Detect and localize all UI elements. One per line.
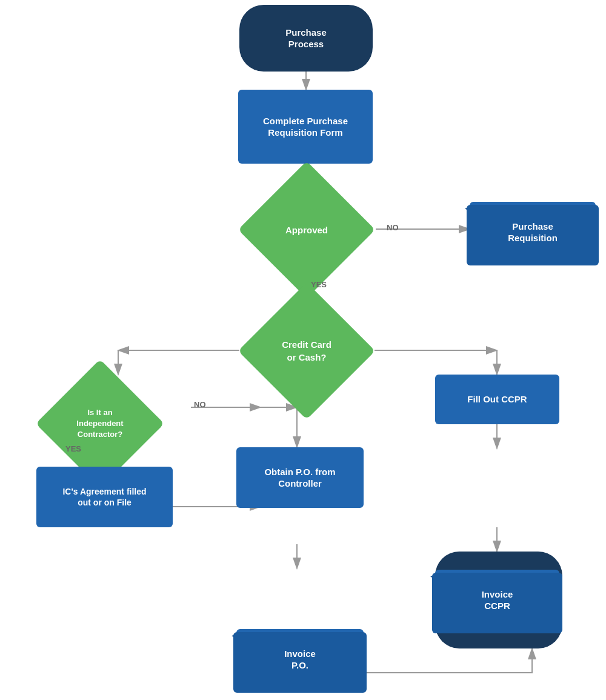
credit-card-diamond	[238, 282, 375, 419]
fill-ccpr-node: Fill Out CCPR	[435, 375, 559, 424]
credit-card-diamond-wrapper: Credit Cardor Cash?	[239, 302, 374, 400]
ics-agreement-label: IC's Agreement filled out or on File	[62, 486, 146, 508]
approved-diamond	[238, 161, 375, 298]
obtain-po-node: Obtain P.O. from Controller	[236, 447, 364, 508]
approved-diamond-wrapper: Approved	[239, 181, 374, 279]
start-node: Purchase Process	[239, 5, 373, 72]
ics-agreement-node: IC's Agreement filled out or on File	[36, 467, 173, 527]
contractor-no-label: NO	[194, 400, 206, 409]
flowchart: Purchase Process Complete Purchase Requi…	[0, 0, 606, 700]
complete-form-node: Complete Purchase Requisition Form	[238, 90, 373, 164]
invoice-po-label: Invoice P.O.	[284, 648, 316, 672]
complete-form-label: Complete Purchase Requisition Form	[263, 115, 348, 139]
fill-ccpr-label: Fill Out CCPR	[467, 393, 527, 405]
invoice-ccpr-node: Invoice CCPR	[435, 570, 559, 630]
purchase-req-node: Purchase Requisition	[470, 202, 596, 262]
invoice-ccpr-label: Invoice CCPR	[482, 588, 513, 612]
obtain-po-label: Obtain P.O. from Controller	[264, 466, 335, 490]
approved-no-label: NO	[387, 223, 399, 232]
contractor-yes-label: YES	[65, 444, 81, 453]
invoice-po-node: Invoice P.O.	[236, 629, 364, 690]
purchase-req-label: Purchase Requisition	[508, 221, 558, 244]
contractor-diamond-wrapper: Is It anIndependentContractor?	[36, 375, 164, 473]
start-label: Purchase Process	[285, 27, 327, 50]
approved-yes-label: YES	[311, 280, 327, 289]
